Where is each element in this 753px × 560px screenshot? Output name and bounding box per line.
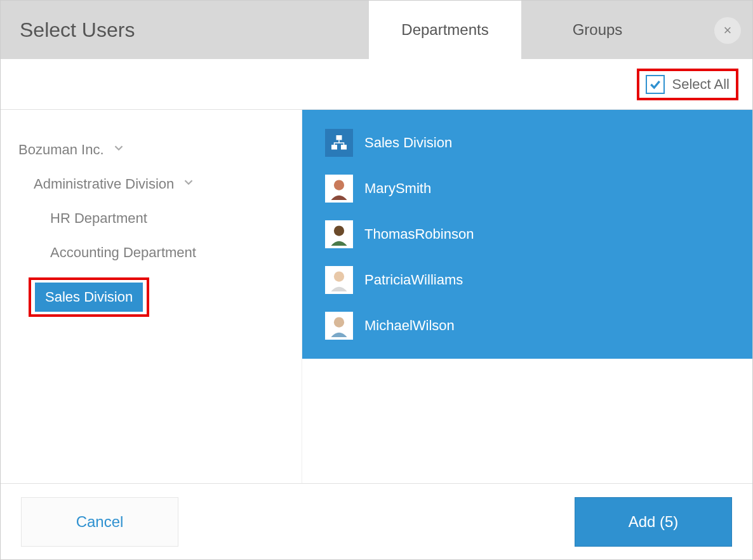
tree-item-root[interactable]: Bozuman Inc.: [18, 133, 302, 167]
chevron-down-icon: [112, 141, 126, 159]
dialog-body: Bozuman Inc. Administrative Division HR …: [1, 110, 752, 483]
select-all-checkbox[interactable]: [646, 75, 665, 94]
svg-point-5: [334, 272, 344, 282]
tree-label: Bozuman Inc.: [18, 142, 104, 158]
avatar: [325, 175, 353, 203]
tree-item-hr[interactable]: HR Department: [18, 201, 302, 236]
select-all-label: Select All: [672, 76, 730, 93]
svg-point-6: [334, 317, 344, 328]
button-label: Add (5): [629, 513, 679, 531]
list-item-label: MichaelWilson: [364, 317, 455, 334]
cancel-button[interactable]: Cancel: [21, 497, 178, 547]
list-item-user[interactable]: MichaelWilson: [325, 303, 752, 349]
tree-label: Administrative Division: [34, 176, 174, 192]
tab-departments[interactable]: Departments: [369, 1, 521, 59]
org-chart-icon: [325, 129, 353, 157]
svg-rect-2: [341, 145, 347, 150]
svg-point-3: [334, 180, 344, 190]
avatar: [325, 312, 353, 340]
list-item-label: ThomasRobinson: [364, 226, 474, 243]
svg-point-4: [334, 226, 344, 236]
tree-item-sales[interactable]: Sales Division: [35, 283, 143, 312]
list-item-department[interactable]: Sales Division: [325, 120, 752, 166]
close-icon: ×: [724, 22, 732, 39]
tab-label: Departments: [401, 21, 488, 39]
select-all-control[interactable]: Select All: [637, 69, 739, 100]
svg-rect-0: [337, 135, 342, 140]
list-item-label: Sales Division: [364, 135, 452, 151]
tab-bar: Departments Groups: [369, 1, 674, 59]
close-button[interactable]: ×: [714, 17, 741, 44]
tree-label: Sales Division: [35, 283, 143, 312]
toolbar: Select All: [1, 59, 752, 110]
dialog-footer: Cancel Add (5): [1, 483, 752, 559]
user-list: Sales Division MarySmith ThomasRobinson …: [302, 110, 752, 359]
tab-label: Groups: [573, 21, 623, 39]
tab-groups[interactable]: Groups: [521, 1, 674, 59]
tree-label: HR Department: [50, 210, 147, 227]
dialog-header: Select Users Departments Groups ×: [1, 1, 752, 59]
tree-item-sales-highlight: Sales Division: [29, 277, 149, 317]
avatar: [325, 220, 353, 248]
button-label: Cancel: [76, 513, 124, 531]
list-item-label: MarySmith: [364, 180, 431, 197]
tree-item-accounting[interactable]: Accounting Department: [18, 236, 302, 270]
department-tree: Bozuman Inc. Administrative Division HR …: [1, 110, 302, 483]
dialog-title: Select Users: [20, 18, 135, 42]
chevron-down-icon: [182, 175, 196, 193]
list-item-user[interactable]: ThomasRobinson: [325, 211, 752, 257]
check-icon: [649, 78, 662, 91]
tree-label: Accounting Department: [50, 244, 196, 261]
tree-item-administrative[interactable]: Administrative Division: [18, 167, 302, 201]
add-button[interactable]: Add (5): [575, 497, 732, 547]
list-item-user[interactable]: MarySmith: [325, 166, 752, 211]
user-panel: Sales Division MarySmith ThomasRobinson …: [302, 110, 752, 483]
list-item-label: PatriciaWilliams: [364, 272, 463, 288]
avatar: [325, 266, 353, 294]
list-item-user[interactable]: PatriciaWilliams: [325, 257, 752, 303]
svg-rect-1: [331, 145, 337, 150]
